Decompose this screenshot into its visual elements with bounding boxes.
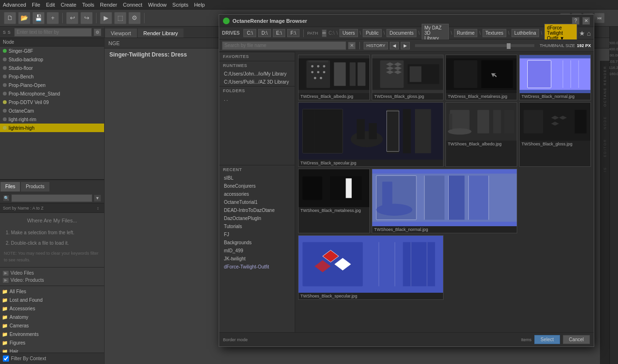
- undo-btn[interactable]: ↩: [66, 12, 78, 24]
- svg-rect-81: [367, 242, 399, 287]
- recent-daz-oct[interactable]: DazOctanePlugIn: [219, 214, 295, 222]
- save-btn[interactable]: 💾: [32, 12, 45, 24]
- recent-fj[interactable]: FJ: [219, 230, 295, 239]
- cat-fig[interactable]: 📁Figures: [0, 338, 104, 347]
- cancel-btn[interactable]: Cancel: [563, 335, 590, 344]
- octane-dialog[interactable]: OctaneRender Image Browser ? ✕ DRIVES C:…: [219, 14, 594, 347]
- scene-item-bench[interactable]: Prop-Bench: [0, 72, 104, 81]
- runtime-1[interactable]: C:/Users/John.../io/My Library: [219, 70, 295, 78]
- menu-edit[interactable]: Edit: [46, 2, 55, 8]
- scene-item-singer[interactable]: Singer-G8F: [0, 47, 104, 55]
- thumb-twshoes-albedo[interactable]: TWShoes_Black_albedo.jpg: [445, 102, 517, 167]
- cat-lost[interactable]: 📁Lost and Found: [0, 296, 104, 304]
- redo-btn[interactable]: ↪: [80, 12, 93, 24]
- video-products-item[interactable]: ▶ Video: Products: [3, 277, 101, 284]
- path-home-icon[interactable]: ⌂: [587, 29, 591, 37]
- render-btn[interactable]: ▶: [100, 12, 112, 24]
- path-runtime[interactable]: Runtime: [454, 29, 477, 37]
- scene-item-light-rim[interactable]: light-right-rim: [0, 115, 104, 124]
- recent-dead[interactable]: DEAD-IntroToDazOtane: [219, 206, 295, 214]
- save-inc-btn[interactable]: +: [47, 12, 59, 24]
- thumb-twdress-specular[interactable]: TWDress_Black_specular.jpg: [298, 102, 444, 167]
- path-luthbelina[interactable]: Luthbelina: [512, 29, 539, 37]
- dialog-close-btn[interactable]: ✕: [582, 17, 590, 25]
- recent-bg[interactable]: Backgrounds: [219, 239, 295, 247]
- tab-render-library[interactable]: Render Library: [137, 28, 184, 38]
- cat-acc[interactable]: 📁Accessories: [0, 304, 104, 313]
- thumb-twdress-gloss[interactable]: TWDress_Black_gloss.jpg: [372, 55, 444, 100]
- scene-item-lightrim-high[interactable]: lightrim-high: [0, 124, 104, 132]
- history-prev-btn[interactable]: ◀: [390, 42, 399, 49]
- path-textures[interactable]: Textures: [483, 29, 506, 37]
- menu-scripts[interactable]: Scripts: [173, 2, 189, 8]
- history-next-btn[interactable]: ▶: [401, 42, 410, 49]
- svg-rect-44: [415, 109, 431, 153]
- select-btn[interactable]: Select: [534, 335, 560, 344]
- open-btn[interactable]: 📂: [18, 12, 30, 24]
- scene-item-veil[interactable]: Prop-DDTV Veil 09: [0, 98, 104, 106]
- tab-viewport[interactable]: Viewport: [105, 28, 137, 38]
- thumb-twdress-albedo[interactable]: TWDress_Black_albedo.jpg: [298, 55, 370, 100]
- thumb-twshoes-gloss[interactable]: TWShoes_Black_gloss.jpg: [519, 102, 591, 167]
- menu-create[interactable]: Create: [61, 2, 77, 8]
- render-options-btn[interactable]: ⚙: [128, 12, 141, 24]
- recent-sibl[interactable]: sIBL: [219, 174, 295, 182]
- scene-item-floor[interactable]: Studio-floor: [0, 64, 104, 72]
- render-region-btn[interactable]: ⬚: [114, 12, 126, 24]
- content-search[interactable]: [11, 194, 92, 202]
- search-input[interactable]: [222, 41, 346, 50]
- path-documents[interactable]: Documents: [386, 29, 416, 37]
- recent-bone[interactable]: BoneConjurers: [219, 182, 295, 190]
- scene-item-cam[interactable]: OctaneCam: [0, 106, 104, 115]
- recent-acc[interactable]: accessories: [219, 190, 295, 198]
- menu-tools[interactable]: Tools: [82, 2, 95, 8]
- thumb-twdress-normal[interactable]: TWDress_Black_normal.jpg: [519, 55, 591, 100]
- scene-item-backdrop[interactable]: Studio-backdrop: [0, 55, 104, 64]
- video-files-item[interactable]: ▶ Video Files: [3, 269, 101, 277]
- new-btn[interactable]: 🗋: [4, 12, 16, 24]
- cat-anat[interactable]: 📁Anatomy: [0, 313, 104, 321]
- path-edit-icon[interactable]: ✏: [322, 29, 327, 37]
- menu-connect[interactable]: Connect: [123, 2, 142, 8]
- scene-item-piano[interactable]: Prop-Piano-Open: [0, 81, 104, 89]
- menu-help[interactable]: Help: [194, 2, 205, 8]
- cat-cam[interactable]: 📁Cameras: [0, 321, 104, 330]
- cat-hair[interactable]: 📁Hair: [0, 347, 104, 353]
- next-btn[interactable]: ⏭: [594, 13, 605, 23]
- recent-tut[interactable]: Tutorials: [219, 222, 295, 230]
- drive-c[interactable]: C:\: [243, 29, 256, 37]
- thumb-slider-handle[interactable]: [507, 43, 511, 49]
- menu-render[interactable]: Render: [100, 2, 117, 8]
- path-public[interactable]: Public: [363, 29, 381, 37]
- search-clear-icon[interactable]: ✕: [348, 42, 356, 49]
- scene-search[interactable]: [14, 28, 92, 37]
- recent-jk[interactable]: JK-twilight: [219, 255, 295, 263]
- thumb-twshoes-specular[interactable]: TWShoes_Black_specular.jpg: [298, 235, 444, 300]
- search-icon[interactable]: 🔍: [3, 195, 10, 201]
- thumb-twshoes-metalness[interactable]: TWShoes_Black_metalness.jpg: [298, 169, 370, 233]
- drive-e[interactable]: E:\: [273, 29, 285, 37]
- recent-dforce[interactable]: dForce-Twilight-Outfit: [219, 263, 295, 271]
- drive-f[interactable]: F:\: [287, 29, 299, 37]
- path-star-icon[interactable]: ★: [579, 29, 585, 37]
- sidebar-search-icon[interactable]: ⚙: [94, 29, 101, 36]
- path-users[interactable]: Users: [339, 29, 357, 37]
- recent-oct[interactable]: OctaneTutorial1: [219, 198, 295, 206]
- tab-products[interactable]: Products: [20, 182, 49, 192]
- filter-checkbox[interactable]: [3, 355, 9, 362]
- cat-env[interactable]: 📁Environments: [0, 330, 104, 338]
- cat-all[interactable]: 📁All Files: [0, 287, 104, 296]
- drive-d[interactable]: D:\: [258, 29, 271, 37]
- tab-files[interactable]: Files: [0, 182, 20, 192]
- sort-icon[interactable]: ↕: [95, 205, 101, 211]
- thumb-slider[interactable]: [415, 44, 535, 48]
- runtime-2[interactable]: C:/Users/Publi.../AZ 3D Library: [219, 78, 295, 86]
- menu-file[interactable]: File: [32, 2, 40, 8]
- recent-mid[interactable]: mID_499: [219, 247, 295, 255]
- folder-dotdot[interactable]: . .: [219, 95, 295, 103]
- thumb-twshoes-normal[interactable]: TWShoes_Black_normal.jpg: [372, 169, 517, 233]
- scene-item-mic[interactable]: Prop-Microphone_Stand: [0, 89, 104, 98]
- menu-window[interactable]: Window: [148, 2, 166, 8]
- filter-icon[interactable]: ▼: [94, 194, 101, 202]
- thumb-twdress-metalness[interactable]: TWDress_Black_metalness.jpg: [445, 55, 517, 100]
